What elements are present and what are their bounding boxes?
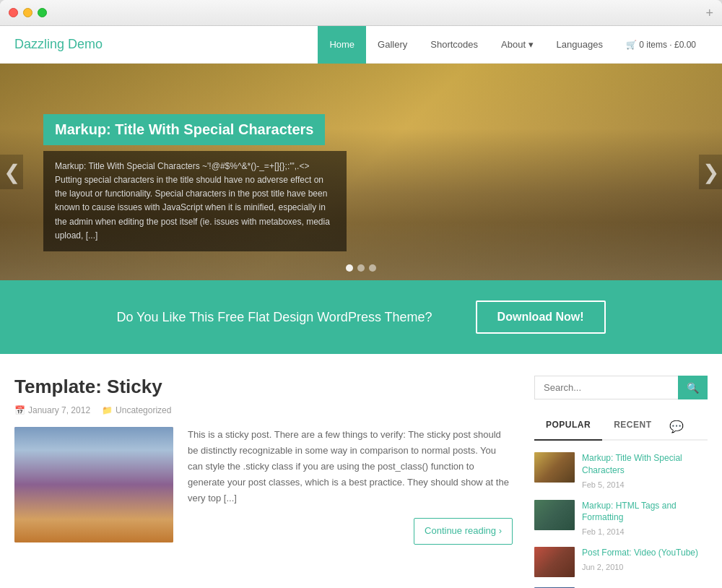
- widget-item-date-2: Feb 1, 2014: [582, 527, 625, 536]
- widget-item-info-1: Markup: Title With Special Characters Fe…: [582, 452, 708, 490]
- widget-item-info-3: Post Format: Video (YouTube) Jun 2, 2010: [582, 547, 708, 572]
- post-thumbnail-image: [14, 427, 173, 542]
- post-date: 📅 January 7, 2012: [14, 405, 90, 415]
- nav-cart[interactable]: 🛒 0 items · £0.00: [614, 26, 708, 64]
- main-nav: Home Gallery Shortcodes About ▾ Language…: [318, 26, 708, 64]
- post-category-text: Uncategorized: [116, 405, 171, 415]
- calendar-icon: 📅: [14, 405, 25, 415]
- slider-prev-button[interactable]: ❮: [0, 155, 23, 189]
- slider-dot-2[interactable]: [357, 264, 365, 272]
- post-category: 📁 Uncategorized: [102, 405, 171, 415]
- sidebar: 🔍 POPULAR RECENT 💬 Markup: Title With Sp…: [534, 376, 708, 588]
- new-tab-button[interactable]: +: [705, 7, 713, 20]
- post-excerpt-text: This is a sticky post. There are a few t…: [188, 427, 513, 506]
- widget-item-date-1: Feb 5, 2014: [582, 480, 625, 489]
- widget-item-title-3[interactable]: Post Format: Video (YouTube): [582, 547, 708, 559]
- nav-languages[interactable]: Languages: [545, 26, 614, 64]
- tab-recent[interactable]: RECENT: [602, 414, 663, 439]
- search-button[interactable]: 🔍: [678, 376, 708, 399]
- post-title: Template: Sticky: [14, 376, 513, 398]
- hero-title-box: Markup: Title With Special Characters: [43, 114, 325, 145]
- tab-chat[interactable]: 💬: [664, 414, 690, 439]
- cta-text: Do You Like This Free Flat Design WordPr…: [116, 310, 432, 325]
- cta-banner: Do You Like This Free Flat Design WordPr…: [0, 280, 722, 354]
- list-item: Markup: Title With Special Characters Fe…: [534, 452, 708, 490]
- post-article: Template: Sticky 📅 January 7, 2012 📁 Unc…: [14, 376, 513, 545]
- widget-popular-list: Markup: Title With Special Characters Fe…: [534, 452, 708, 588]
- widget-thumb-1: [534, 452, 575, 483]
- widget-thumb-2: [534, 500, 575, 530]
- widget-item-info-2: Markup: HTML Tags and Formatting Feb 1, …: [582, 500, 708, 537]
- slider-dot-3[interactable]: [369, 264, 376, 272]
- nav-home[interactable]: Home: [318, 26, 366, 64]
- continue-reading-link[interactable]: Continue reading ›: [414, 518, 513, 544]
- hero-title: Markup: Title With Special Characters: [55, 121, 313, 138]
- widget-thumb-3: [534, 547, 575, 577]
- download-button[interactable]: Download Now!: [476, 301, 606, 334]
- slider-dots: [346, 264, 376, 272]
- slider-next-button[interactable]: ❯: [699, 155, 722, 189]
- close-button[interactable]: [9, 8, 18, 17]
- search-icon: 🔍: [687, 382, 699, 394]
- list-item: Markup: HTML Tags and Formatting Feb 1, …: [534, 500, 708, 537]
- widget-tabs: POPULAR RECENT 💬: [534, 414, 708, 441]
- chevron-right-icon: ❯: [703, 160, 719, 184]
- widget-item-date-3: Jun 2, 2010: [582, 563, 624, 571]
- widget-item-title-2[interactable]: Markup: HTML Tags and Formatting: [582, 500, 708, 524]
- site-logo[interactable]: Dazzling Demo: [14, 37, 318, 52]
- maximize-button[interactable]: [38, 8, 47, 17]
- hero-slider: ❮ ❯ Markup: Title With Special Character…: [0, 64, 722, 280]
- tab-popular[interactable]: POPULAR: [534, 414, 602, 441]
- chevron-left-icon: ❮: [4, 160, 20, 184]
- folder-icon: 📁: [102, 405, 113, 415]
- website: Dazzling Demo Home Gallery Shortcodes Ab…: [0, 26, 722, 588]
- nav-about[interactable]: About ▾: [490, 26, 545, 64]
- site-header: Dazzling Demo Home Gallery Shortcodes Ab…: [0, 26, 722, 64]
- post-date-text: January 7, 2012: [28, 405, 90, 415]
- search-box: 🔍: [534, 376, 708, 399]
- widget-item-title-1[interactable]: Markup: Title With Special Characters: [582, 452, 708, 477]
- search-input[interactable]: [534, 376, 678, 399]
- browser-traffic-lights: [9, 8, 47, 17]
- browser-window: + Dazzling Demo Home Gallery Shortcodes …: [0, 0, 722, 588]
- main-content: Template: Sticky 📅 January 7, 2012 📁 Unc…: [0, 354, 722, 588]
- nav-gallery[interactable]: Gallery: [366, 26, 419, 64]
- post-body: This is a sticky post. There are a few t…: [14, 427, 513, 545]
- hero-content: Markup: Title With Special Characters Ma…: [43, 114, 347, 251]
- post-thumbnail[interactable]: [14, 427, 173, 542]
- post-meta: 📅 January 7, 2012 📁 Uncategorized: [14, 405, 513, 415]
- post-excerpt: This is a sticky post. There are a few t…: [188, 427, 513, 545]
- hero-excerpt: Markup: Title With Special Characters ~'…: [43, 151, 347, 251]
- slider-dot-1[interactable]: [346, 264, 353, 272]
- nav-shortcodes[interactable]: Shortcodes: [419, 26, 490, 64]
- list-item: Post Format: Video (YouTube) Jun 2, 2010: [534, 547, 708, 577]
- minimize-button[interactable]: [23, 8, 32, 17]
- browser-titlebar: +: [0, 0, 722, 26]
- posts-area: Template: Sticky 📅 January 7, 2012 📁 Unc…: [14, 376, 513, 588]
